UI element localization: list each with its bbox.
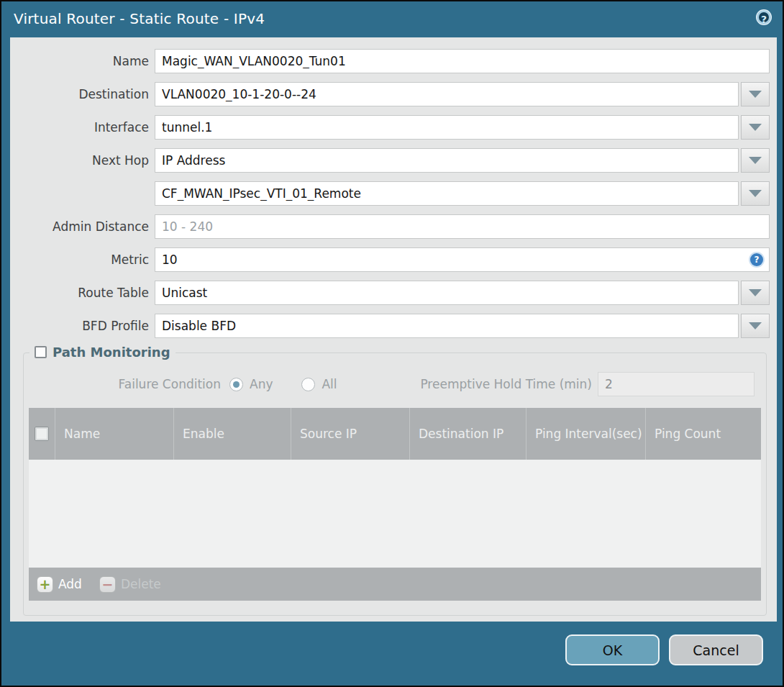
path-monitoring-legend: Path Monitoring	[29, 345, 176, 360]
delete-button-label: Delete	[121, 577, 161, 591]
help-icon[interactable]: ?	[757, 10, 771, 24]
interface-label: Interface	[10, 120, 155, 135]
radio-any	[229, 378, 243, 391]
preemptive-hold-time-input	[598, 372, 755, 396]
metric-input[interactable]	[155, 247, 770, 272]
form-row-metric: Metric ?	[10, 247, 777, 272]
select-all-column	[29, 408, 55, 460]
bfd-profile-input[interactable]	[155, 314, 739, 338]
next-hop-address-dropdown-button[interactable]	[741, 181, 770, 206]
column-header-enable: Enable	[174, 408, 291, 460]
column-header-ping-count: Ping Count	[646, 408, 761, 460]
metric-label: Metric	[10, 252, 155, 267]
chevron-down-icon	[749, 289, 762, 296]
path-monitoring-group: Path Monitoring Failure Condition Any Al…	[23, 352, 767, 616]
destination-dropdown-button[interactable]	[741, 82, 770, 106]
dialog-footer: OK Cancel	[565, 634, 763, 665]
next-hop-label: Next Hop	[10, 153, 155, 168]
metric-control: ?	[155, 247, 770, 272]
bfd-profile-label: BFD Profile	[10, 319, 155, 333]
table-body-empty	[29, 460, 761, 568]
dialog-titlebar: Virtual Router - Static Route - IPv4 ?	[1, 1, 783, 36]
form-row-name: Name	[10, 49, 777, 73]
form-row-admin-distance: Admin Distance	[10, 214, 777, 239]
admin-distance-label: Admin Distance	[10, 219, 155, 234]
form-row-next-hop-address	[10, 181, 777, 206]
plus-icon: +	[37, 576, 53, 593]
bfd-profile-control	[155, 314, 770, 338]
failure-condition-label: Failure Condition	[24, 377, 221, 391]
chevron-down-icon	[749, 124, 762, 131]
column-header-ping-interval: Ping Interval(sec)	[527, 408, 646, 460]
interface-dropdown-button[interactable]	[741, 115, 770, 140]
form-row-interface: Interface	[10, 115, 777, 140]
dialog-body: Name Destination Interface Next Hop	[10, 37, 777, 622]
destination-label: Destination	[10, 87, 155, 101]
delete-button: − Delete	[99, 576, 161, 593]
radio-all	[301, 378, 315, 391]
destination-input[interactable]	[155, 82, 739, 106]
preemptive-hold-time-label: Preemptive Hold Time (min)	[420, 377, 592, 391]
table-header-row: Name Enable Source IP Destination IP Pin…	[29, 408, 761, 460]
next-hop-dropdown-button[interactable]	[741, 148, 770, 173]
radio-any-label: Any	[250, 377, 273, 391]
form-row-destination: Destination	[10, 82, 777, 106]
chevron-down-icon	[749, 190, 762, 197]
metric-help-icon[interactable]: ?	[750, 253, 763, 266]
destination-control	[155, 82, 770, 106]
next-hop-type-input[interactable]	[155, 148, 739, 173]
column-header-name: Name	[55, 408, 174, 460]
next-hop-address-control	[155, 181, 770, 206]
table-action-bar: + Add − Delete	[29, 568, 761, 601]
chevron-down-icon	[749, 91, 762, 98]
select-all-checkbox	[35, 427, 49, 441]
column-header-destination-ip: Destination IP	[410, 408, 527, 460]
path-monitoring-table: Name Enable Source IP Destination IP Pin…	[29, 408, 761, 601]
column-header-source-ip: Source IP	[291, 408, 410, 460]
name-control	[155, 49, 770, 73]
route-table-control	[155, 281, 770, 305]
form-row-next-hop: Next Hop	[10, 148, 777, 173]
chevron-down-icon	[749, 157, 762, 164]
route-table-input[interactable]	[155, 281, 739, 305]
path-monitoring-checkbox[interactable]	[35, 346, 47, 358]
form-row-route-table: Route Table	[10, 281, 777, 305]
form-row-bfd-profile: BFD Profile	[10, 314, 777, 338]
next-hop-address-input[interactable]	[155, 181, 739, 206]
ok-button[interactable]: OK	[565, 634, 660, 665]
interface-control	[155, 115, 770, 140]
chevron-down-icon	[749, 322, 762, 329]
admin-distance-control	[155, 214, 770, 239]
static-route-dialog: Virtual Router - Static Route - IPv4 ? N…	[0, 0, 784, 687]
minus-icon: −	[99, 576, 116, 593]
dialog-title: Virtual Router - Static Route - IPv4	[14, 10, 265, 27]
route-table-dropdown-button[interactable]	[741, 281, 770, 305]
next-hop-control	[155, 148, 770, 173]
add-button-label: Add	[58, 577, 82, 591]
admin-distance-input[interactable]	[155, 214, 770, 239]
path-monitoring-title: Path Monitoring	[53, 345, 170, 360]
name-input[interactable]	[155, 49, 770, 73]
route-table-label: Route Table	[10, 286, 155, 300]
name-label: Name	[10, 54, 155, 68]
interface-input[interactable]	[155, 115, 739, 140]
add-button[interactable]: + Add	[37, 576, 82, 593]
bfd-profile-dropdown-button[interactable]	[741, 314, 770, 338]
radio-all-label: All	[322, 377, 337, 391]
failure-condition-row: Failure Condition Any All Preemptive Hol…	[24, 372, 766, 396]
cancel-button[interactable]: Cancel	[669, 634, 763, 665]
